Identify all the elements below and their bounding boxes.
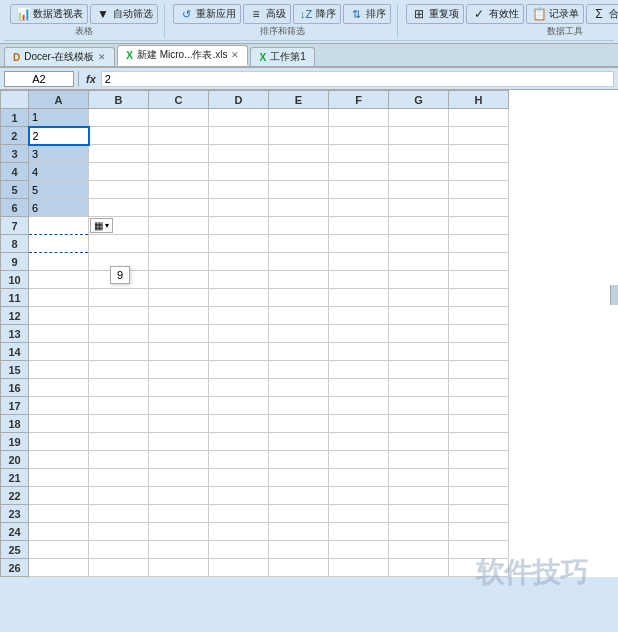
cell-D24[interactable] xyxy=(209,523,269,541)
row-num-19[interactable]: 19 xyxy=(1,433,29,451)
row-num-9[interactable]: 9 xyxy=(1,253,29,271)
cell-C17[interactable] xyxy=(149,397,209,415)
cell-A19[interactable] xyxy=(29,433,89,451)
row-num-20[interactable]: 20 xyxy=(1,451,29,469)
row-num-10[interactable]: 10 xyxy=(1,271,29,289)
cell-D3[interactable] xyxy=(209,145,269,163)
cell-D10[interactable] xyxy=(209,271,269,289)
cell-B2[interactable] xyxy=(89,127,149,145)
row-num-5[interactable]: 5 xyxy=(1,181,29,199)
cell-H22[interactable] xyxy=(449,487,509,505)
row-num-17[interactable]: 17 xyxy=(1,397,29,415)
cell-A13[interactable] xyxy=(29,325,89,343)
cell-E1[interactable] xyxy=(269,109,329,127)
cell-D9[interactable] xyxy=(209,253,269,271)
col-header-E[interactable]: E xyxy=(269,91,329,109)
cell-C5[interactable] xyxy=(149,181,209,199)
cell-F7[interactable] xyxy=(329,217,389,235)
cell-B14[interactable] xyxy=(89,343,149,361)
cell-D21[interactable] xyxy=(209,469,269,487)
cell-H10[interactable] xyxy=(449,271,509,289)
cell-E19[interactable] xyxy=(269,433,329,451)
row-num-22[interactable]: 22 xyxy=(1,487,29,505)
cell-C26[interactable] xyxy=(149,559,209,577)
cell-C22[interactable] xyxy=(149,487,209,505)
cell-A2[interactable]: 2 xyxy=(29,127,89,145)
cell-H7[interactable] xyxy=(449,217,509,235)
cell-E7[interactable] xyxy=(269,217,329,235)
row-num-1[interactable]: 1 xyxy=(1,109,29,127)
cell-E13[interactable] xyxy=(269,325,329,343)
cell-A1[interactable]: 1 xyxy=(29,109,89,127)
row-num-4[interactable]: 4 xyxy=(1,163,29,181)
cell-E16[interactable] xyxy=(269,379,329,397)
cell-C12[interactable] xyxy=(149,307,209,325)
cell-H19[interactable] xyxy=(449,433,509,451)
cell-E8[interactable] xyxy=(269,235,329,253)
cell-H21[interactable] xyxy=(449,469,509,487)
cell-A7[interactable] xyxy=(29,217,89,235)
cell-C11[interactable] xyxy=(149,289,209,307)
cell-A14[interactable] xyxy=(29,343,89,361)
col-header-B[interactable]: B xyxy=(89,91,149,109)
row-num-15[interactable]: 15 xyxy=(1,361,29,379)
sort-button[interactable]: ⇅ 排序 xyxy=(343,4,391,24)
cell-A26[interactable] xyxy=(29,559,89,577)
cell-H6[interactable] xyxy=(449,199,509,217)
cell-F2[interactable] xyxy=(329,127,389,145)
cell-F20[interactable] xyxy=(329,451,389,469)
cell-B6[interactable] xyxy=(89,199,149,217)
validity-button[interactable]: ✓ 有效性 xyxy=(466,4,524,24)
cell-D19[interactable] xyxy=(209,433,269,451)
cell-E22[interactable] xyxy=(269,487,329,505)
cell-E15[interactable] xyxy=(269,361,329,379)
cell-E12[interactable] xyxy=(269,307,329,325)
cell-E9[interactable] xyxy=(269,253,329,271)
cell-C13[interactable] xyxy=(149,325,209,343)
row-num-18[interactable]: 18 xyxy=(1,415,29,433)
row-num-7[interactable]: 7 xyxy=(1,217,29,235)
cell-H9[interactable] xyxy=(449,253,509,271)
cell-B25[interactable] xyxy=(89,541,149,559)
row-num-16[interactable]: 16 xyxy=(1,379,29,397)
cell-D22[interactable] xyxy=(209,487,269,505)
cell-E26[interactable] xyxy=(269,559,329,577)
cell-A11[interactable] xyxy=(29,289,89,307)
cell-C23[interactable] xyxy=(149,505,209,523)
cell-A6[interactable]: 6 xyxy=(29,199,89,217)
cell-E17[interactable] xyxy=(269,397,329,415)
cell-F10[interactable] xyxy=(329,271,389,289)
cell-F1[interactable] xyxy=(329,109,389,127)
cell-G15[interactable] xyxy=(389,361,449,379)
cell-C8[interactable] xyxy=(149,235,209,253)
cell-H5[interactable] xyxy=(449,181,509,199)
row-num-25[interactable]: 25 xyxy=(1,541,29,559)
cell-A5[interactable]: 5 xyxy=(29,181,89,199)
cell-H15[interactable] xyxy=(449,361,509,379)
row-num-11[interactable]: 11 xyxy=(1,289,29,307)
row-num-13[interactable]: 13 xyxy=(1,325,29,343)
cell-G19[interactable] xyxy=(389,433,449,451)
cell-D14[interactable] xyxy=(209,343,269,361)
cell-B3[interactable] xyxy=(89,145,149,163)
col-header-A[interactable]: A xyxy=(29,91,89,109)
cell-H13[interactable] xyxy=(449,325,509,343)
cell-G22[interactable] xyxy=(389,487,449,505)
cell-G14[interactable] xyxy=(389,343,449,361)
cell-B4[interactable] xyxy=(89,163,149,181)
cell-A16[interactable] xyxy=(29,379,89,397)
cell-H2[interactable] xyxy=(449,127,509,145)
cell-C9[interactable] xyxy=(149,253,209,271)
right-scroll-hint[interactable] xyxy=(610,285,618,305)
cell-G2[interactable] xyxy=(389,127,449,145)
cell-D13[interactable] xyxy=(209,325,269,343)
cell-A15[interactable] xyxy=(29,361,89,379)
row-num-23[interactable]: 23 xyxy=(1,505,29,523)
cell-D12[interactable] xyxy=(209,307,269,325)
cell-G11[interactable] xyxy=(389,289,449,307)
cell-F22[interactable] xyxy=(329,487,389,505)
cell-B20[interactable] xyxy=(89,451,149,469)
cell-F13[interactable] xyxy=(329,325,389,343)
cell-G10[interactable] xyxy=(389,271,449,289)
cell-C2[interactable] xyxy=(149,127,209,145)
